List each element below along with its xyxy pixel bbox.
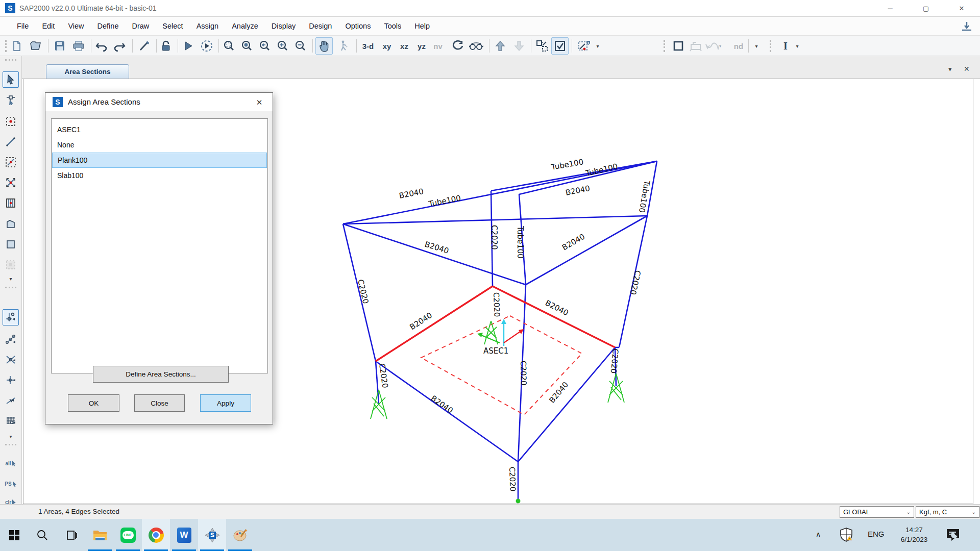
menu-edit[interactable]: Edit: [35, 18, 61, 34]
dock-drag-handle[interactable]: [5, 59, 16, 61]
units-combobox[interactable]: Kgf, m, C⌄: [916, 506, 979, 518]
previous-selection-tool[interactable]: PS: [3, 475, 19, 492]
close-button[interactable]: ✕: [950, 2, 973, 15]
quick-draw-secondary-beams-tool[interactable]: [3, 195, 19, 211]
draw-poly-area-tool[interactable]: [3, 216, 19, 232]
menu-options[interactable]: Options: [338, 18, 377, 34]
draw-special-joint-tool[interactable]: [3, 113, 19, 130]
tab-area-sections[interactable]: Area Sections: [46, 64, 129, 79]
new-model-button[interactable]: [8, 37, 26, 55]
run-animation-button[interactable]: [198, 37, 215, 55]
dialog-title-bar[interactable]: S Assign Area Sections ✕: [45, 93, 273, 111]
tab-strip-close-icon[interactable]: ✕: [964, 65, 970, 73]
snap-to-intersections-tool[interactable]: [3, 352, 19, 368]
download-icon[interactable]: [961, 21, 973, 34]
redo-button[interactable]: [111, 37, 128, 55]
zoom-in-button[interactable]: [274, 37, 291, 55]
section-dropdown-caret[interactable]: ▾: [751, 37, 762, 55]
defender-shield-icon[interactable]: [839, 527, 853, 544]
move-up-in-list-button[interactable]: [492, 37, 509, 55]
list-item-asec1[interactable]: ASEC1: [52, 122, 267, 137]
menu-file[interactable]: File: [10, 18, 35, 34]
clock[interactable]: 14:27 6/1/2023: [892, 525, 936, 544]
paint-taskbar-icon[interactable]: [226, 519, 254, 551]
menu-design[interactable]: Design: [302, 18, 338, 34]
view-xy-button[interactable]: xy: [378, 37, 396, 55]
perspective-glasses-button[interactable]: [468, 37, 485, 55]
menu-tools[interactable]: Tools: [377, 18, 408, 34]
start-button[interactable]: [0, 519, 28, 551]
print-button[interactable]: [70, 37, 87, 55]
apply-button[interactable]: Apply: [200, 394, 251, 412]
walk-through-button[interactable]: [335, 37, 353, 55]
zoom-out-button[interactable]: [291, 37, 309, 55]
task-view-icon[interactable]: [57, 519, 85, 551]
list-item-none[interactable]: None: [52, 137, 267, 153]
file-explorer-taskbar-icon[interactable]: [86, 519, 114, 551]
list-item-plank100-selected[interactable]: Plank100: [52, 153, 267, 168]
menu-select[interactable]: Select: [156, 18, 189, 34]
view-yz-button[interactable]: yz: [413, 37, 430, 55]
action-center-icon[interactable]: [945, 528, 961, 544]
language-indicator[interactable]: ENG: [868, 530, 885, 538]
frame-members[interactable]: [343, 161, 657, 500]
rotate-3d-view-button[interactable]: [449, 37, 466, 55]
undo-button[interactable]: [93, 37, 110, 55]
pan-hand-button[interactable]: [315, 37, 333, 55]
save-button[interactable]: [51, 37, 68, 55]
view-nv-button[interactable]: nv: [429, 37, 447, 55]
menu-assign[interactable]: Assign: [190, 18, 226, 34]
define-area-sections-button[interactable]: Define Area Sections...: [93, 366, 229, 383]
maximize-button[interactable]: ▢: [915, 2, 937, 15]
ibeam-dropdown-caret[interactable]: ▾: [792, 37, 802, 55]
line-app-taskbar-icon[interactable]: LINE: [114, 519, 142, 551]
close-button-dialog[interactable]: Close: [134, 394, 185, 412]
rubber-band-zoom-button[interactable]: [220, 37, 237, 55]
sap2000-taskbar-icon[interactable]: S: [198, 519, 226, 551]
snap-to-midpoints-tool[interactable]: [3, 331, 19, 347]
area-sections-list[interactable]: ASEC1 None Plank100 Slab100: [51, 118, 268, 373]
previous-zoom-button[interactable]: [256, 37, 273, 55]
draw-rectangular-area-tool[interactable]: [670, 37, 687, 55]
dock-drag-handle-3[interactable]: [5, 444, 16, 445]
open-file-button[interactable]: [27, 37, 44, 55]
tray-chevron-up-icon[interactable]: ∧: [816, 530, 821, 538]
assign-dropdown-caret[interactable]: ▾: [593, 37, 602, 55]
menu-display[interactable]: Display: [265, 18, 303, 34]
move-down-in-list-button[interactable]: [510, 37, 528, 55]
menu-view[interactable]: View: [61, 18, 90, 34]
dock-more-snaps-caret[interactable]: ▾: [3, 432, 19, 440]
toolbar-drag-handle-2[interactable]: [664, 40, 666, 52]
chrome-taskbar-icon[interactable]: [142, 519, 170, 551]
dialog-close-icon[interactable]: ✕: [254, 97, 265, 108]
assign-to-selection-button[interactable]: [576, 37, 593, 55]
select-all-checkbox-button[interactable]: [551, 37, 569, 55]
view-xz-button[interactable]: xz: [396, 37, 413, 55]
ibeam-section-button[interactable]: I: [777, 37, 794, 55]
menu-analyze[interactable]: Analyze: [225, 18, 265, 34]
snap-to-lines-edges-tool[interactable]: [3, 392, 19, 409]
snap-to-fine-grid-tool[interactable]: [3, 413, 19, 429]
minimize-button[interactable]: ─: [879, 2, 901, 15]
refresh-view-pen-icon[interactable]: [136, 37, 153, 55]
draw-rectangular-area-side-tool[interactable]: [3, 236, 19, 253]
snap-to-perpendicular-tool[interactable]: [3, 372, 19, 388]
menu-draw[interactable]: Draw: [125, 18, 156, 34]
snap-to-joints-tool[interactable]: [3, 309, 19, 325]
lock-model-button[interactable]: [157, 37, 175, 55]
restore-full-view-button[interactable]: [238, 37, 255, 55]
tab-strip-caret-icon[interactable]: ▾: [948, 65, 952, 73]
pointer-select-tool[interactable]: [3, 71, 19, 88]
dock-more-tools-caret[interactable]: ▾: [3, 274, 19, 283]
taskbar-search-icon[interactable]: [28, 519, 56, 551]
view-3d-button[interactable]: 3-d: [359, 37, 377, 55]
list-item-slab100[interactable]: Slab100: [52, 168, 267, 183]
menu-define[interactable]: Define: [91, 18, 126, 34]
toolbar-drag-handle[interactable]: [5, 40, 7, 52]
draw-frame-tool[interactable]: [3, 134, 19, 150]
reshape-object-tool[interactable]: [3, 92, 19, 108]
coordinate-system-combobox[interactable]: GLOBAL⌄: [840, 506, 914, 518]
word-taskbar-icon[interactable]: W: [170, 519, 198, 551]
toolbar-drag-handle-3[interactable]: [770, 40, 772, 52]
quick-draw-braces-tool[interactable]: [3, 174, 19, 191]
